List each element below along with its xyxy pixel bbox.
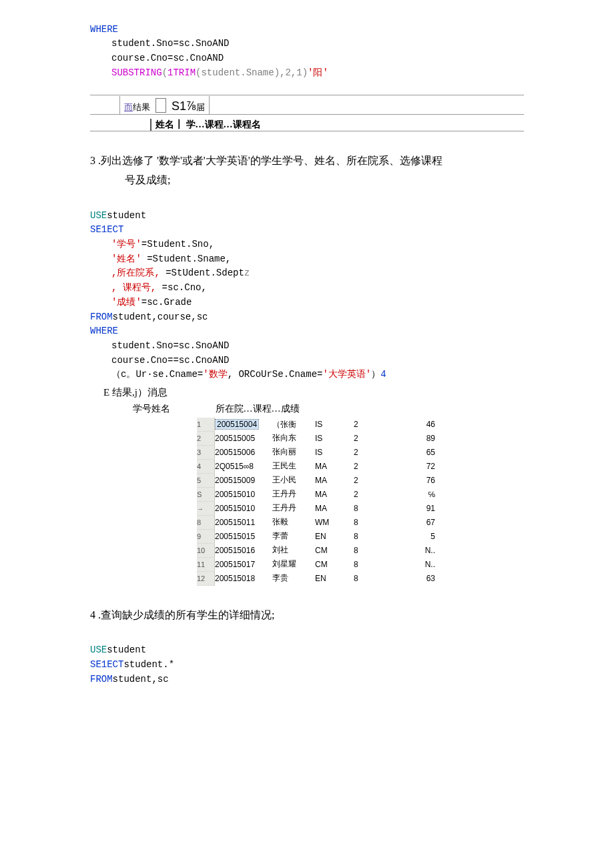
cell-grade: N..	[400, 543, 435, 557]
cell-grade: 63	[400, 571, 435, 585]
table-row: 1200515004（张衡IS246	[197, 418, 435, 432]
code-line: course.Cno=sc.CnoAND	[90, 53, 224, 63]
kw-where: WHERE	[90, 326, 118, 336]
table-row: 2200515005张向东IS289	[197, 431, 435, 445]
cell-name: 张向丽	[272, 445, 315, 459]
box-icon	[154, 97, 168, 114]
text-fragment: 届	[196, 101, 205, 113]
alias: , 课程号,	[111, 282, 156, 293]
table-row: 12200515018李贵EN863	[197, 571, 435, 585]
table-row: 11200515017刘星耀CM8N..	[197, 557, 435, 571]
table-row: 42Q0515∞8王民生MA272	[197, 459, 435, 473]
row-number-cell: S	[197, 487, 215, 501]
kw-select: SE1ECT	[90, 224, 123, 235]
results-grid: 1200515004（张衡IS2462200515005张向东IS2893200…	[197, 418, 524, 586]
cell-dept: EN	[315, 529, 354, 543]
document-page: WHERE student.Sno=sc.SnoAND course.Cno=s…	[0, 0, 614, 727]
table-header-labels: 学号姓名 所在院…课程…成绩	[133, 403, 524, 415]
hdr-right: 所在院…课程…成绩	[216, 404, 300, 414]
cell-sno: 2Q0515∞8	[215, 459, 273, 473]
cell-sno: 200515015	[215, 529, 273, 543]
code-fragment: =StUdent.Sdept	[160, 268, 244, 278]
code-fragment: student,sc	[113, 674, 169, 685]
cell-sno: 200515004	[215, 418, 273, 432]
result-title-row: 而结果 S1⅞届	[90, 97, 524, 115]
code-line: student.Sno=sc.SnoAND	[90, 38, 229, 49]
code-fragment: =sc.Grade	[141, 297, 192, 308]
code-fragment: student,course,sc	[113, 312, 208, 322]
cell-grade: 67	[400, 515, 435, 529]
cell-name: 李贵	[272, 571, 315, 585]
cell-sno: 200515005	[215, 431, 273, 445]
cell-dept: MA	[315, 501, 354, 515]
code-line: course.Cno==sc.CnoAND	[90, 355, 229, 366]
table-row: 200515010王丹丹MA891	[197, 501, 435, 515]
cell-dept: IS	[315, 445, 354, 459]
cell-grade: 46	[400, 418, 435, 432]
cell-cno: 2	[354, 459, 400, 473]
spacer	[209, 96, 524, 114]
cell-cno: 2	[354, 487, 400, 501]
text-fragment: 结果	[133, 101, 150, 113]
ident: student	[107, 210, 146, 221]
code-line: '成绩'=sc.Grade	[90, 297, 192, 308]
results-table: 1200515004（张衡IS2462200515005张向东IS2893200…	[197, 418, 435, 586]
cell-name: （张衡	[272, 418, 315, 432]
cell-cno: 2	[354, 418, 400, 432]
cell-grade: 91	[400, 501, 435, 515]
result-header-bar-1: 而结果 S1⅞届 姓名┃ 学…课程…课程名	[90, 95, 524, 131]
cell-sno: 200515018	[215, 571, 273, 585]
table-row: 10200515016刘社CM8N..	[197, 543, 435, 557]
cell-sno: 200515016	[215, 543, 273, 557]
code-fragment: (student.Sname),2,1)	[196, 67, 308, 78]
cell-grade: 65	[400, 445, 435, 459]
cell-grade: ℅	[400, 487, 435, 501]
cell-cno: 2	[354, 431, 400, 445]
code-block-2: USEstudent SE1ECT '学号'=Student.Sno, '姓名'…	[90, 194, 524, 382]
row-number-cell: 9	[197, 529, 215, 543]
ident: student	[107, 644, 146, 655]
cell-sno: 200515010	[215, 487, 273, 501]
cell-grade: N..	[400, 557, 435, 571]
row-number-cell: 1	[197, 418, 215, 432]
table-row: 3200515006张向丽IS265	[197, 445, 435, 459]
cell-dept: IS	[315, 418, 354, 432]
cell-sno: 200515017	[215, 557, 273, 571]
code-line: FROMstudent,sc	[90, 674, 169, 685]
cell-name: 张向东	[272, 431, 315, 445]
result-label: 而结果	[119, 96, 154, 114]
code-line: '学号'=Student.Sno,	[90, 239, 214, 250]
big-text: S1⅞	[172, 99, 196, 113]
alias: '姓名'	[111, 254, 141, 264]
hdr-left: 学号姓名	[133, 403, 213, 415]
code-line: '姓名' =Student.Sname,	[90, 254, 231, 264]
row-number-cell: 11	[197, 557, 215, 571]
kw-from: FROM	[90, 312, 113, 322]
question-3: 3 .列出选修了 '数学'或者'大学英语'的学生学号、姓名、所在院系、选修课程 …	[90, 151, 524, 190]
code-fragment: =Student.Sname,	[141, 254, 231, 264]
cell-dept: IS	[315, 431, 354, 445]
cell-cno: 8	[354, 515, 400, 529]
results-messages-tab: E 结果,j）消息	[103, 386, 524, 399]
code-fragment: =sc.Cno,	[156, 282, 207, 293]
text-fragment: S1⅞届	[168, 96, 209, 114]
link-fragment: 而	[124, 101, 133, 113]
fn-substring: SUBSTRING	[111, 67, 162, 78]
code-line: ,所在院系, =StUdent.Sdeptz	[90, 268, 250, 278]
cell-name: 王丹丹	[272, 487, 315, 501]
string-literal: '大学英语'	[322, 369, 371, 380]
row-number-cell: 2	[197, 431, 215, 445]
code-block-3: USEstudent SE1ECTstudent.* FROMstudent,s…	[90, 629, 524, 687]
num: 4	[380, 369, 386, 380]
question-text-cont: 号及成绩;	[125, 171, 524, 190]
cell-grade: 76	[400, 473, 435, 487]
row-number-cell: 8	[197, 515, 215, 529]
cell-name: 李蕾	[272, 529, 315, 543]
cell-sno: 200515010	[215, 501, 273, 515]
cell-dept: WM	[315, 515, 354, 529]
cell-dept: MA	[315, 459, 354, 473]
sub: z	[244, 268, 250, 278]
code-line: USEstudent	[90, 644, 146, 655]
cell-grade: 5	[400, 529, 435, 543]
cell-dept: EN	[315, 571, 354, 585]
